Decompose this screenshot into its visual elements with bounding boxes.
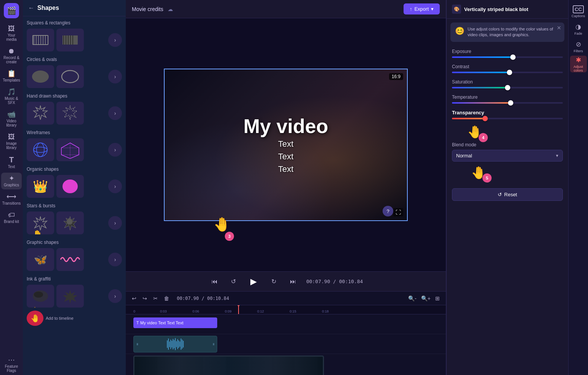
wireframe-shape-1[interactable] [27,138,54,161]
notice-close-button[interactable]: ✕ [557,25,561,31]
cut-button[interactable]: ✂ [152,294,159,303]
contrast-thumb[interactable] [507,70,512,75]
exposure-slider[interactable] [452,56,563,58]
skip-forward-button[interactable]: ⏭ [287,276,299,287]
wireframes-more-button[interactable]: › [108,143,122,157]
delete-button[interactable]: 🗑 [162,294,171,303]
rewind-5-button[interactable]: ↺ [228,276,239,287]
sidebar-item-text[interactable]: T Text [1,154,22,171]
circle-shape-1[interactable] [27,65,54,88]
temperature-fill [452,102,511,104]
zoom-out-button[interactable]: 🔍- [407,294,418,303]
saturation-thumb[interactable] [505,85,510,90]
graphic-more-button[interactable]: › [108,253,122,266]
circles-ovals-label: Circles & ovals [27,57,122,62]
star-shape-1[interactable]: 🤚 1 [27,212,54,234]
stars-more-button[interactable]: › [108,216,122,230]
ink-graffiti-label: Ink & graffiti [27,276,122,282]
playhead[interactable] [238,305,239,314]
graphic-shape-2[interactable] [56,248,84,271]
sidebar-item-brand-kit[interactable]: 🏷 Brand kit [1,209,22,226]
play-button[interactable]: ▶ [247,275,261,288]
canvas-main-title: My video [244,115,328,138]
text-clip-label: My video Text Text Text [140,321,183,325]
zoom-in-button[interactable]: 🔍+ [420,294,432,303]
ink-more-button[interactable]: › [108,289,122,303]
svg-point-16 [37,143,44,157]
skip-back-button[interactable]: ⏮ [209,276,220,287]
circle-shape-2[interactable] [56,65,84,88]
sidebar-item-image-library[interactable]: 🖼 Image library [1,131,22,152]
canvas-area: ⊡ ⊞ ⊟ ↺ ⚠ ⊿ ⊾ My video Text Text Te [126,18,446,271]
reset-button[interactable]: ↺ Reset [452,188,563,201]
squares-rectangles-label: Squares & rectangles [27,20,122,26]
organic-more-button[interactable]: › [108,179,122,193]
app-logo[interactable]: 🎬 [4,3,19,18]
sidebar-item-templates[interactable]: 📋 Templates [1,68,22,85]
hand-drawn-section: Hand drawn shapes › [27,93,122,125]
sidebar-item-your-media[interactable]: 🖼 Your media [1,23,22,44]
graphic-shape-1[interactable]: 🦋 [27,248,54,271]
sidebar-item-feature-flags[interactable]: ⋯ Feature Flags [1,354,22,375]
undo-button[interactable]: ↩ [130,294,138,303]
captions-button[interactable]: CC Captions [570,3,587,20]
sidebar-item-graphics[interactable]: ✦ Graphics [1,173,22,189]
timeline-toolbar: ↩ ↪ ✂ 🗑 00:07.90 / 00:10.84 🔍- 🔍+ ⊞ [126,292,446,305]
forward-5-button[interactable]: ↻ [268,276,280,287]
temperature-thumb[interactable] [508,100,513,106]
star-shape-2[interactable] [56,212,84,234]
clip-handle-left[interactable]: ⏸ [135,336,139,352]
export-button[interactable]: ↑ Export ▾ [404,3,440,14]
project-title: Movie credits [132,6,163,12]
notice-text: Use adjust colors to modify the color va… [468,26,560,38]
video-track-row: ⏸ [126,334,446,354]
fit-button[interactable]: ⊞ [434,294,441,303]
transparency-thumb[interactable] [482,116,488,121]
hand-drawn-label: Hand drawn shapes [27,93,122,99]
video-clip[interactable]: ⏸ [133,336,217,353]
sidebar-item-record[interactable]: ⏺ Record &create [1,45,22,66]
circles-more-button[interactable]: › [108,70,122,83]
organic-shape-2[interactable] [56,175,84,198]
help-button[interactable]: ? [383,206,393,216]
hand-drawn-shape-1[interactable] [27,102,54,125]
ink-shape-1[interactable]: 🤚 2 [27,285,54,308]
fade-button[interactable]: ◑ Fade [570,21,587,37]
fullscreen-button[interactable]: ⛶ [393,208,403,216]
graphics-icon: ✦ [9,175,14,182]
blend-mode-select[interactable]: Normal Multiply Screen Overlay [452,150,563,162]
exposure-thumb[interactable] [510,54,516,60]
saturation-fill [452,87,508,88]
square-shape-1[interactable] [27,29,54,51]
sidebar-item-video-library[interactable]: 📹 Video library [1,109,22,130]
ruler-mark-3: 0:09 [225,309,232,313]
step-5-badge: 5 [482,173,492,183]
transparency-slider[interactable] [452,118,563,119]
svg-point-14 [62,71,79,83]
squares-more-button[interactable]: › [108,33,122,47]
redo-button[interactable]: ↪ [141,294,149,303]
svg-rect-0 [33,35,48,45]
back-button[interactable]: ← [28,5,34,11]
hand-drawn-shape-2[interactable] [56,102,84,125]
sidebar-item-music[interactable]: 🎵 Music & SFX [1,86,22,107]
hand-drawn-more-button[interactable]: › [108,106,122,120]
canvas-frame[interactable]: My video Text Text Text 16:9 ? ⛶ [164,69,408,221]
wireframe-shape-2[interactable] [56,138,84,161]
filters-button[interactable]: ⊘ Filters [570,38,587,55]
clip-handle-right[interactable]: ⏸ [211,336,215,352]
text-clip[interactable]: T My video Text Text Text [133,317,217,328]
sidebar-item-transitions[interactable]: ⟷ Transitions [1,191,22,208]
adjust-colors-button[interactable]: ✱ Adjust colors [570,56,587,72]
temperature-slider[interactable] [452,102,563,104]
organic-shape-1[interactable]: 👑 [27,175,54,198]
reset-label: Reset [504,192,517,197]
square-shape-2[interactable] [56,29,84,51]
canvas-sub-text: Text Text Text [244,138,328,175]
contrast-slider[interactable] [452,72,563,73]
ink-graffiti-section: Ink & graffiti 🤚 2 › [27,276,122,326]
timeline-ruler[interactable]: 0 0:03 0:06 0:09 0:12 0:15 0:18 [126,305,446,314]
bg-video-clip[interactable] [133,356,324,375]
ink-shape-2[interactable] [56,285,84,308]
saturation-slider[interactable] [452,87,563,88]
